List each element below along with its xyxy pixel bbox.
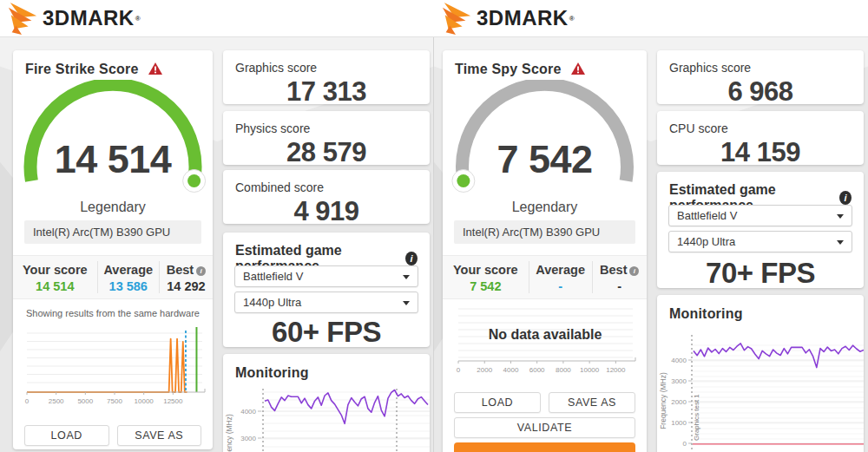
svg-text:No data available: No data available [489,327,602,342]
load-button[interactable]: LOAD [24,425,109,446]
info-icon[interactable]: i [839,191,852,205]
preset-select[interactable]: 1440p Ultra [234,292,418,313]
sub-score-label: CPU score [657,111,864,135]
card-buttons: LOAD SAVE AS [454,392,635,413]
histogram-note: Showing results from the same hardware [13,308,213,318]
svg-text:1000: 1000 [671,419,687,427]
results-histogram: 02500500075001000012500 [16,323,209,408]
cpu-score-card: CPU score 14 159 [657,111,864,165]
svg-text:3000: 3000 [240,435,256,442]
sub-score-label: Combined score [223,170,430,194]
best-info-icon[interactable]: i [629,266,639,276]
stat-label: Average [98,263,159,277]
stat-average: Average 13 586 [97,261,159,293]
warning-icon[interactable] [571,62,585,75]
sub-score-value: 14 159 [657,137,864,168]
game-select[interactable]: Battlefield V [234,265,418,287]
monitoring-card: Monitoring 40003000Frequency (MHz) [223,354,430,452]
3dmark-logo: 3DMARK ® [440,2,575,35]
fps-estimate: 70+ FPS [657,257,864,290]
svg-text:12000: 12000 [606,366,626,374]
stat-label: Your score [13,263,97,277]
stat-value: 14 292 [160,279,213,293]
chevron-down-icon [403,275,410,279]
preset-select-value: 1440p Ultra [243,296,301,309]
stat-label: Besti [160,263,213,277]
card-title: Fire Strike Score [13,50,213,77]
stat-label: Your score [443,263,529,277]
monitoring-title: Monitoring [657,295,864,322]
card-title: Time Spy Score [443,50,647,77]
stat-average: Average - [529,261,592,293]
validate-button[interactable]: VALIDATE [454,417,635,438]
stat-best: Besti - [592,261,647,293]
svg-text:0: 0 [25,397,30,405]
save-as-button[interactable]: SAVE AS [549,392,635,413]
preset-select[interactable]: 1440p Ultra [668,231,852,252]
monitoring-card: Monitoring 40003000200010000Frequency (M… [657,295,864,452]
stat-value: - [529,279,592,293]
save-as-button[interactable]: SAVE AS [117,425,202,446]
svg-text:3000: 3000 [671,377,687,385]
svg-text:Frequency (MHz): Frequency (MHz) [225,414,233,452]
estimated-game-performance-card: Estimated game performance i Battlefield… [657,172,864,288]
load-button[interactable]: LOAD [454,392,541,413]
chevron-down-icon [403,301,410,305]
game-select[interactable]: Battlefield V [668,205,852,226]
svg-text:2000: 2000 [477,366,492,374]
validate-row: VALIDATE [454,417,635,438]
svg-text:7500: 7500 [107,397,122,405]
logo-wordmark: 3DMARK [43,6,135,30]
orange-action-button[interactable] [454,442,635,452]
monitoring-chart: 40003000Frequency (MHz) [223,389,430,452]
sub-score-label: Physics score [223,111,430,135]
time-spy-title-text: Time Spy Score [455,62,562,76]
preset-select-value: 1440p Ultra [677,235,735,248]
logo-wordmark: 3DMARK [477,6,569,30]
card-buttons: LOAD SAVE AS [24,425,201,446]
svg-text:5000: 5000 [77,397,93,405]
stat-label: Average [529,263,592,277]
estimated-game-performance-card: Estimated game performance i Battlefield… [223,233,430,347]
stat-value: - [593,279,647,293]
svg-text:0: 0 [457,366,461,374]
svg-text:4000: 4000 [503,366,519,374]
score-stats-row: Your score 7 542 Average - Besti - [443,255,647,299]
total-score: 7 542 [443,137,647,182]
time-spy-screen: 3DMARK ® Time Spy Score 7 542 Legendary … [434,0,868,452]
header-bar: 3DMARK ® [0,0,434,37]
warning-icon[interactable] [148,62,162,75]
monitoring-chart: 40003000200010000Frequency (MHz)Graphics… [657,328,864,452]
svg-text:Graphics test 1: Graphics test 1 [693,394,700,441]
score-grade: Legendary [443,200,647,215]
svg-text:4000: 4000 [671,357,687,364]
fps-estimate: 60+ FPS [223,316,430,349]
registered-mark: ® [569,15,575,23]
total-score: 14 514 [13,137,213,182]
svg-text:2000: 2000 [671,398,687,406]
best-info-icon[interactable]: i [196,266,206,276]
gpu-name: Intel(R) Arc(TM) B390 GPU [454,220,635,244]
game-select-value: Battlefield V [243,270,303,283]
svg-text:2500: 2500 [49,397,64,405]
info-icon[interactable]: i [405,252,418,265]
svg-text:10000: 10000 [135,397,155,405]
sub-score-value: 17 313 [223,76,430,108]
sub-score-value: 6 968 [657,76,864,108]
sub-score-value: 28 579 [223,137,430,168]
stat-your-score: Your score 7 542 [443,261,529,293]
stat-value: 7 542 [443,279,529,293]
graphics-score-card: Graphics score 6 968 [657,50,864,104]
3dmark-logo: 3DMARK ® [6,2,141,35]
game-select-value: Battlefield V [677,209,737,222]
empty-results-chart: No data available02000400060008000100001… [450,304,640,378]
svg-text:4000: 4000 [240,408,256,416]
monitoring-title: Monitoring [223,354,430,381]
svg-text:6000: 6000 [529,366,545,374]
fire-strike-title-text: Fire Strike Score [25,62,139,76]
time-spy-score-card: Time Spy Score 7 542 Legendary Intel(R) … [443,50,647,452]
svg-text:Frequency (MHz): Frequency (MHz) [659,372,667,429]
stat-label-text: Best [600,263,627,277]
svg-text:8000: 8000 [556,366,571,374]
chevron-down-icon [837,240,844,245]
